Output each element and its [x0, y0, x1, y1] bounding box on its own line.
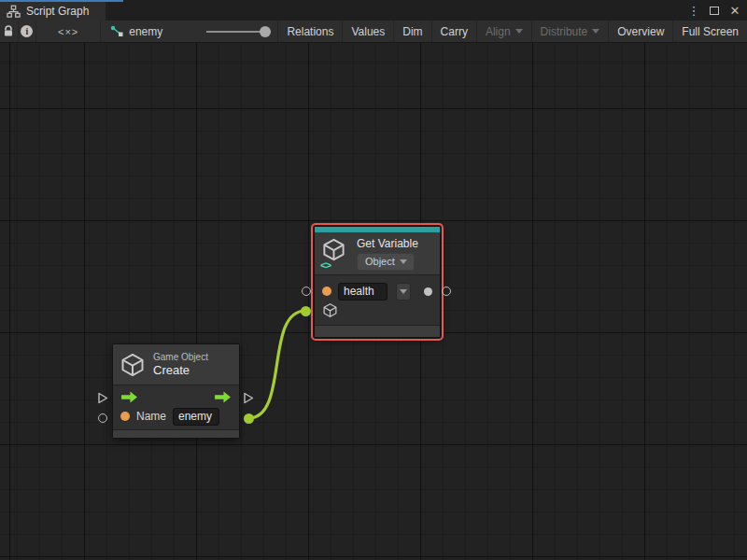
- dim-button[interactable]: Dim: [393, 21, 430, 42]
- node-footer: [113, 429, 239, 438]
- object-target-row: [315, 302, 440, 318]
- variable-cube-icon: <>: [321, 237, 349, 269]
- get-variable-left-port[interactable]: [302, 287, 311, 296]
- variable-name-input[interactable]: [338, 283, 388, 301]
- relations-button[interactable]: Relations: [277, 21, 342, 42]
- values-button[interactable]: Values: [342, 21, 393, 42]
- node-title: Get Variable: [357, 237, 418, 250]
- window-close-icon[interactable]: ✕: [726, 2, 743, 19]
- wire-end-dot[interactable]: [301, 306, 311, 316]
- hierarchy-icon: [7, 5, 21, 19]
- node-title: Create: [153, 363, 208, 377]
- variable-picker-dropdown[interactable]: [396, 283, 411, 301]
- lock-button[interactable]: [0, 21, 19, 42]
- node-create-game-object[interactable]: Game Object Create Name: [112, 343, 240, 439]
- inspector-button[interactable]: i: [19, 21, 37, 42]
- name-param-row: Name: [113, 408, 239, 426]
- param-label: Name: [136, 410, 166, 423]
- game-object-cube-icon: [120, 352, 146, 378]
- graph-reference[interactable]: enemy: [101, 21, 173, 42]
- distribute-button: Distribute: [531, 21, 609, 42]
- carry-button[interactable]: Carry: [431, 21, 476, 42]
- variable-name-row: [315, 283, 440, 301]
- script-graph-icon: [110, 25, 123, 37]
- code-icon: <×>: [58, 26, 78, 37]
- graph-name-label: enemy: [129, 25, 162, 38]
- wire-start-dot[interactable]: [244, 413, 254, 424]
- code-view-button[interactable]: <×>: [36, 21, 101, 42]
- flow-row: [113, 390, 239, 404]
- tab-script-graph[interactable]: Script Graph: [0, 2, 106, 21]
- graph-canvas[interactable]: <> Get Variable Object: [0, 43, 747, 560]
- overview-button[interactable]: Overview: [608, 21, 672, 42]
- full-screen-button[interactable]: Full Screen: [672, 21, 747, 42]
- chevron-down-icon: [592, 29, 599, 34]
- name-input-port[interactable]: [322, 287, 331, 296]
- value-output-port[interactable]: [424, 287, 432, 296]
- node-category: Game Object: [153, 352, 208, 362]
- window-titlebar: Script Graph ⋮ ✕: [0, 0, 747, 21]
- chevron-down-icon: [515, 29, 523, 34]
- lock-icon: [3, 25, 14, 37]
- align-button: Align: [476, 21, 531, 42]
- graph-toolbar: i <×> enemy Relations Values Dim Carry A…: [0, 21, 747, 43]
- chevron-down-icon: [400, 259, 407, 264]
- info-icon: i: [21, 25, 33, 37]
- flow-output-port[interactable]: [214, 390, 232, 404]
- node-footer: [315, 325, 440, 337]
- game-object-port-icon[interactable]: [322, 302, 338, 318]
- window-menu-icon[interactable]: ⋮: [685, 2, 702, 19]
- create-flow-in-outer-port[interactable]: [97, 392, 108, 404]
- name-input-port[interactable]: [120, 412, 130, 421]
- variable-scope-dropdown[interactable]: Object: [357, 253, 415, 271]
- window-maximize-icon[interactable]: [706, 2, 723, 19]
- zoom-slider-handle[interactable]: [260, 26, 271, 37]
- chevron-down-icon: [400, 289, 407, 294]
- zoom-slider[interactable]: [206, 26, 272, 37]
- code-badge-icon: <>: [319, 260, 331, 272]
- tab-title: Script Graph: [26, 5, 89, 18]
- name-value-input[interactable]: [173, 408, 219, 426]
- create-name-outer-port[interactable]: [98, 413, 107, 423]
- node-header: <> Get Variable Object: [315, 232, 440, 274]
- flow-input-port[interactable]: [120, 390, 138, 404]
- node-header: Game Object Create: [113, 344, 239, 385]
- create-flow-out-outer-port[interactable]: [243, 392, 254, 404]
- node-get-variable[interactable]: <> Get Variable Object: [314, 226, 441, 338]
- get-variable-right-port[interactable]: [442, 287, 451, 296]
